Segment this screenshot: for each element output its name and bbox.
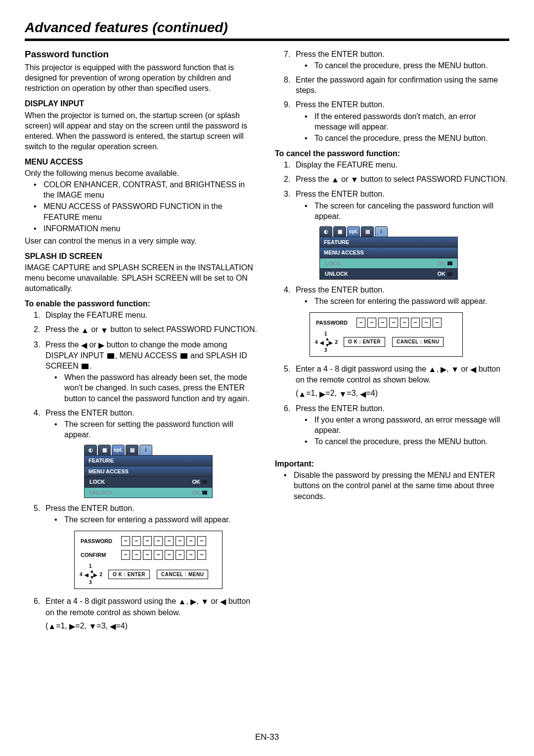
map-text: =2, bbox=[325, 389, 339, 397]
osd-menu-access-label: MENU ACCESS bbox=[84, 466, 213, 477]
up-triangle-icon bbox=[298, 389, 306, 399]
osd-tab-icon: ◐ bbox=[84, 445, 97, 456]
password-cell: – bbox=[154, 536, 163, 546]
dpad-num: 2 bbox=[99, 571, 102, 578]
confirm-label: CONFIRM bbox=[81, 551, 116, 559]
menu-access-heading: MENU ACCESS bbox=[25, 157, 257, 167]
right-column: Press the ENTER button. To cancel the pr… bbox=[275, 48, 507, 635]
step-item: Press the ENTER button. The screen for e… bbox=[284, 285, 507, 306]
ok-enter-label: O K : ENTER bbox=[344, 337, 385, 346]
dpad-num: 4 bbox=[80, 571, 83, 578]
step-text: Press the bbox=[45, 340, 81, 349]
down-triangle-icon bbox=[100, 325, 108, 336]
right-triangle-icon bbox=[190, 596, 196, 607]
osd-tab-icon: ▤ bbox=[361, 226, 374, 237]
map-text: =4) bbox=[366, 389, 378, 397]
step-text: or bbox=[209, 597, 220, 605]
enter-icon bbox=[202, 480, 207, 484]
osd-unlock-label: UNLOCK bbox=[325, 270, 348, 278]
step-item: Enter a 4 - 8 digit password using the ,… bbox=[34, 596, 257, 631]
down-triangle-icon bbox=[89, 574, 94, 581]
step-text: . bbox=[89, 362, 91, 370]
password-label: PASSWORD bbox=[316, 319, 352, 327]
password-cell: – bbox=[197, 536, 206, 546]
map-text: =3, bbox=[96, 622, 110, 630]
password-cell: – bbox=[186, 536, 195, 546]
dpad-diagram: 1 2 3 4 bbox=[81, 564, 101, 585]
osd-menu-screenshot: ◐ ▦ opt. ▤ i FEATURE MENU ACCESS LOCK OK… bbox=[319, 226, 458, 280]
osd-tab-info-icon: i bbox=[139, 445, 152, 456]
step-text: , bbox=[186, 597, 190, 605]
ok-enter-label: O K : ENTER bbox=[108, 570, 150, 579]
osd-menu-access-label: MENU ACCESS bbox=[319, 247, 458, 258]
down-triangle-icon bbox=[451, 364, 459, 375]
step-text: Press the ENTER button. bbox=[296, 100, 385, 109]
enter-icon bbox=[82, 364, 89, 369]
step-item: Enter the password again for confirmatio… bbox=[284, 75, 507, 95]
right-triangle-icon bbox=[98, 340, 104, 350]
content-columns: Password function This projector is equi… bbox=[25, 48, 509, 635]
sub-bullet: To cancel the procedure, press the MENU … bbox=[305, 436, 507, 447]
up-triangle-icon bbox=[81, 325, 89, 336]
dpad-num: 2 bbox=[335, 339, 338, 345]
osd-row-lock: LOCK OK bbox=[319, 258, 458, 269]
password-cell: – bbox=[154, 550, 163, 560]
step-item: Press the or button to select PASSWORD F… bbox=[34, 324, 257, 335]
password-cell: – bbox=[132, 536, 141, 546]
enable-steps-cont2: Enter a 4 - 8 digit password using the ,… bbox=[25, 596, 257, 631]
osd-tab-icon: ▦ bbox=[333, 226, 346, 237]
password-cell: – bbox=[143, 550, 152, 560]
left-triangle-icon bbox=[81, 340, 87, 350]
down-triangle-icon bbox=[351, 174, 358, 185]
menu-access-text: Only the following menus become availabl… bbox=[25, 168, 257, 178]
step-text: Press the ENTER button. bbox=[296, 50, 385, 58]
password-cell: – bbox=[132, 550, 141, 560]
step-text: Press the bbox=[296, 175, 331, 183]
password-cell: – bbox=[411, 318, 420, 328]
up-triangle-icon bbox=[331, 174, 339, 185]
step-text: Enter a 4 - 8 digit password using the bbox=[45, 597, 178, 605]
splash-heading: SPLASH ID SCREEN bbox=[25, 251, 257, 261]
password-cell: – bbox=[356, 318, 365, 328]
left-column: Password function This projector is equi… bbox=[25, 48, 257, 635]
sub-bullet: When the password has already been set, … bbox=[54, 372, 257, 403]
left-triangle-icon bbox=[470, 364, 476, 375]
right-triangle-icon bbox=[69, 621, 75, 631]
important-list: Disable the password by pressing the MEN… bbox=[275, 470, 507, 501]
password-cell: – bbox=[165, 550, 174, 560]
password-cell: – bbox=[143, 536, 152, 546]
splash-text: IMAGE CAPTURE and SPLASH SCREEN in the I… bbox=[25, 262, 257, 294]
password-cell: – bbox=[121, 550, 130, 560]
step-item: Press the or button to select PASSWORD F… bbox=[284, 174, 507, 185]
enter-icon bbox=[107, 353, 114, 359]
cancel-steps-cont: Press the ENTER button. The screen for e… bbox=[275, 285, 507, 306]
step-text: or bbox=[89, 325, 100, 334]
page-title: Advanced features (continued) bbox=[25, 20, 509, 36]
sub-bullet: The screen for entering the password wil… bbox=[305, 296, 507, 306]
password-cell: – bbox=[165, 536, 174, 546]
osd-menu-screenshot: ◐ ▦ opt. ▤ i FEATURE MENU ACCESS LOCK OK… bbox=[84, 445, 213, 498]
sub-bullet: If you enter a wrong password, an error … bbox=[305, 415, 507, 435]
password-entry-screenshot: PASSWORD – – – – – – – – CONFIRM – – – bbox=[74, 531, 222, 589]
step-text: , bbox=[436, 365, 441, 373]
map-text: =1, bbox=[56, 622, 69, 630]
up-triangle-icon bbox=[429, 364, 437, 375]
list-item: COLOR ENHANCER, CONTRAST, and BRIGHTNESS… bbox=[34, 179, 257, 200]
cancel-menu-label: CANCEL : MENU bbox=[392, 337, 444, 346]
enable-steps-cont: Press the ENTER button. The screen for e… bbox=[25, 503, 257, 525]
password-cell: – bbox=[197, 550, 206, 560]
intro-text: This projector is equipped with the pass… bbox=[25, 62, 257, 93]
menu-access-tail: User can control the menus in a very sim… bbox=[25, 236, 257, 246]
down-triangle-icon bbox=[325, 342, 330, 348]
osd-row-unlock: UNLOCK OK bbox=[84, 488, 213, 499]
osd-tab-opt: opt. bbox=[112, 445, 125, 456]
enter-icon bbox=[180, 353, 187, 359]
password-cell: – bbox=[400, 318, 409, 328]
osd-lock-label: LOCK bbox=[325, 260, 340, 267]
password-label: PASSWORD bbox=[81, 538, 116, 545]
map-text: =4) bbox=[116, 622, 128, 630]
sub-bullet: To cancel the procedure, press the MENU … bbox=[305, 133, 507, 143]
step-text: button to select PASSWORD FUNCTION. bbox=[358, 175, 507, 183]
step-item: Display the FEATURE menu. bbox=[34, 310, 257, 320]
password-cells: – – – – – – – – bbox=[121, 536, 216, 546]
